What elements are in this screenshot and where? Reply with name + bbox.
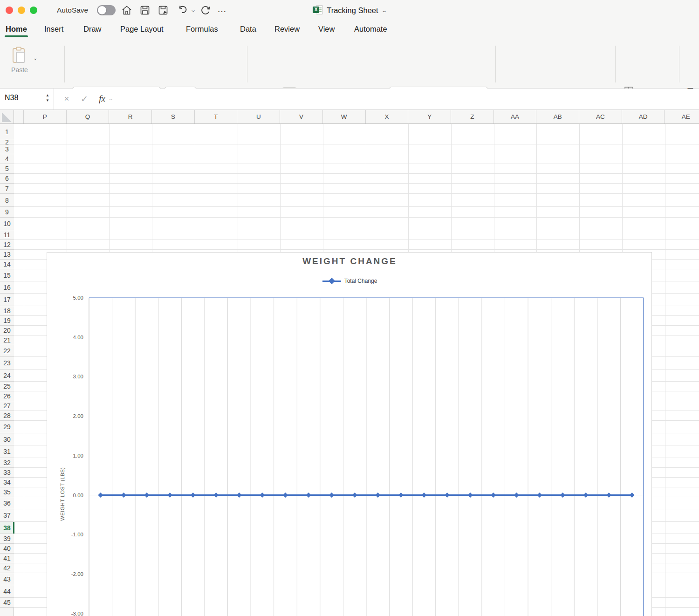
document-title-chevron-icon[interactable] (381, 7, 387, 14)
svg-text:-1.00: -1.00 (71, 532, 83, 537)
row-header-42[interactable]: 42 (0, 563, 14, 573)
tab-view[interactable]: View (318, 25, 335, 34)
paste-menu-chevron-icon[interactable] (33, 56, 38, 61)
row-header-11[interactable]: 11 (0, 230, 14, 240)
tab-home[interactable]: Home (6, 25, 27, 34)
column-header-AA[interactable]: AA (494, 110, 537, 123)
row-header-15[interactable]: 15 (0, 269, 14, 281)
row-header-1[interactable]: 1 (0, 124, 14, 140)
row-header-44[interactable]: 44 (0, 585, 14, 598)
tab-draw[interactable]: Draw (83, 25, 102, 34)
tab-automate[interactable]: Automate (354, 25, 387, 34)
row-header-3[interactable]: 3 (0, 144, 14, 154)
tab-data[interactable]: Data (240, 25, 256, 34)
document-title[interactable]: Tracking Sheet (327, 6, 378, 15)
row-header-34[interactable]: 34 (0, 478, 14, 487)
row-header-30[interactable]: 30 (0, 433, 14, 445)
formula-input[interactable] (116, 90, 697, 108)
grid-column-line (665, 124, 665, 616)
row-header-41[interactable]: 41 (0, 554, 14, 563)
row-header-31[interactable]: 31 (0, 445, 14, 458)
column-header-U[interactable]: U (238, 110, 281, 123)
row-header-28[interactable]: 28 (0, 411, 14, 421)
column-header-Z[interactable]: Z (451, 110, 494, 123)
row-header-9[interactable]: 9 (0, 207, 14, 218)
row-header-17[interactable]: 17 (0, 294, 14, 306)
column-header-R[interactable]: R (109, 110, 152, 123)
column-header-AD[interactable]: AD (622, 110, 665, 123)
row-header-19[interactable]: 19 (0, 316, 14, 326)
row-header-29[interactable]: 29 (0, 421, 14, 433)
row-header-36[interactable]: 36 (0, 497, 14, 509)
row-header-43[interactable]: 43 (0, 573, 14, 585)
row-header-21[interactable]: 21 (0, 335, 14, 345)
grid-row-line (14, 240, 699, 250)
row-headers: 1234567891011121314151617181920212223242… (0, 124, 14, 616)
row-header-8[interactable]: 8 (0, 194, 14, 207)
column-header-Y[interactable]: Y (408, 110, 451, 123)
svg-text:-3.00: -3.00 (71, 611, 83, 616)
row-header-14[interactable]: 14 (0, 260, 14, 269)
row-header-40[interactable]: 40 (0, 544, 14, 554)
row-header-35[interactable]: 35 (0, 487, 14, 497)
row-header-38[interactable]: 38 (0, 522, 14, 534)
column-header-AE[interactable]: AE (665, 110, 699, 123)
column-header-W[interactable]: W (323, 110, 366, 123)
name-box-spinner[interactable]: ▲▼ (45, 93, 50, 105)
row-header-4[interactable]: 4 (0, 154, 14, 164)
tab-formulas[interactable]: Formulas (186, 25, 218, 34)
row-header-18[interactable]: 18 (0, 306, 14, 316)
row-header-2[interactable]: 2 (0, 140, 14, 144)
row-header-25[interactable]: 25 (0, 382, 14, 391)
column-header-AB[interactable]: AB (536, 110, 579, 123)
column-header-partial[interactable] (14, 110, 24, 123)
grid-row-line (14, 174, 699, 184)
plot-area: 5.004.003.002.001.000.00-1.00-2.00-3.00-… (47, 253, 652, 616)
column-header-T[interactable]: T (195, 110, 238, 123)
grid-row-line (14, 124, 699, 140)
row-header-23[interactable]: 23 (0, 357, 14, 370)
row-header-32[interactable]: 32 (0, 458, 14, 468)
grid-row-line (14, 184, 699, 194)
row-header-20[interactable]: 20 (0, 326, 14, 335)
ribbon: Paste ✂ Calibri (Body) 9 Aˆ Aˇ B I U (0, 41, 699, 89)
weight-change-chart[interactable]: WEIGHT CHANGE Total Change 5.004.003.002… (47, 252, 652, 616)
row-header-16[interactable]: 16 (0, 281, 14, 294)
paste-button[interactable]: Paste (7, 46, 32, 75)
row-header-5[interactable]: 5 (0, 164, 14, 174)
row-header-12[interactable]: 12 (0, 240, 14, 250)
row-header-13[interactable]: 13 (0, 250, 14, 260)
excel-file-icon: X (313, 5, 323, 15)
tab-page-layout[interactable]: Page Layout (120, 25, 164, 34)
enter-button[interactable]: ✓ (77, 92, 91, 106)
row-header-37[interactable]: 37 (0, 509, 14, 522)
insert-function-button[interactable]: fx (95, 92, 109, 106)
worksheet-grid[interactable]: PQRSTUVWXYZAAABACADAE 123456789101112131… (0, 110, 699, 616)
grid-row-line (14, 154, 699, 164)
row-header-24[interactable]: 24 (0, 370, 14, 382)
select-all-corner[interactable] (0, 110, 14, 123)
name-box-value: N38 (5, 94, 18, 102)
row-header-22[interactable]: 22 (0, 345, 14, 357)
tab-insert[interactable]: Insert (44, 25, 63, 34)
column-header-S[interactable]: S (152, 110, 195, 123)
column-header-Q[interactable]: Q (67, 110, 110, 123)
column-header-P[interactable]: P (24, 110, 67, 123)
row-header-27[interactable]: 27 (0, 401, 14, 411)
tab-review[interactable]: Review (274, 25, 300, 34)
row-header-45[interactable]: 45 (0, 598, 14, 608)
row-header-7[interactable]: 7 (0, 184, 14, 194)
row-header-10[interactable]: 10 (0, 218, 14, 230)
row-header-39[interactable]: 39 (0, 534, 14, 544)
group-separator (679, 46, 679, 82)
row-header-26[interactable]: 26 (0, 391, 14, 401)
column-header-X[interactable]: X (366, 110, 409, 123)
cancel-button[interactable]: × (60, 92, 74, 106)
column-header-V[interactable]: V (280, 110, 323, 123)
row-header-33[interactable]: 33 (0, 468, 14, 478)
row-header-6[interactable]: 6 (0, 174, 14, 184)
group-separator (615, 46, 616, 82)
column-headers: PQRSTUVWXYZAAABACADAE (0, 110, 699, 124)
column-header-AC[interactable]: AC (579, 110, 622, 123)
name-box[interactable]: N38 ▲▼ (0, 89, 54, 110)
